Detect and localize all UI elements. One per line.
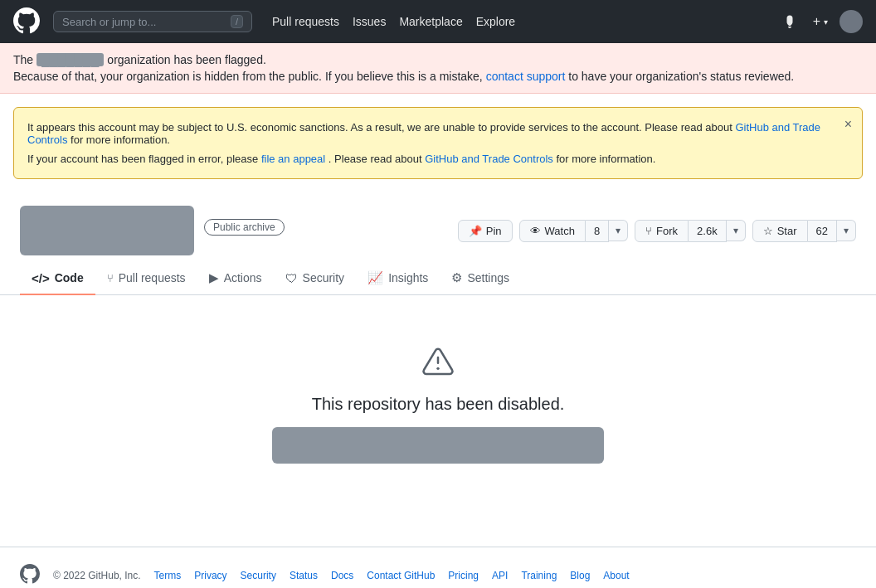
repo-org-avatar <box>20 206 194 255</box>
contact-support-link[interactable]: contact support <box>486 70 566 83</box>
sanctions-close-button[interactable]: × <box>844 118 852 131</box>
footer-about[interactable]: About <box>603 570 629 581</box>
flagged-prefix: The <box>13 53 33 66</box>
sanctions-banner: × It appears this account may be subject… <box>13 107 863 179</box>
footer-pricing[interactable]: Pricing <box>448 570 479 581</box>
fork-count[interactable]: 2.6k <box>689 220 727 242</box>
pullrequest-icon: ⑂ <box>107 272 114 284</box>
watch-expand-button[interactable]: ▾ <box>609 220 628 241</box>
flagged-description: Because of that, your organization is hi… <box>13 70 863 83</box>
star-count[interactable]: 62 <box>808 220 837 242</box>
flagged-suffix: organization has been flagged. <box>107 53 265 66</box>
repo-header: Public archive 📌 Pin 👁 Watch 8 ▾ ⑂ Fork <box>0 192 876 255</box>
watch-button[interactable]: 👁 Watch <box>519 220 586 242</box>
security-icon: 🛡 <box>285 271 298 285</box>
disabled-icon <box>20 345 856 385</box>
nav-marketplace[interactable]: Marketplace <box>399 15 462 28</box>
footer-privacy[interactable]: Privacy <box>194 570 226 581</box>
repo-actions: 📌 Pin 👁 Watch 8 ▾ ⑂ Fork 2.6k ▾ ☆ <box>458 220 856 242</box>
sanctions-line2: If your account has been flagged in erro… <box>27 153 849 165</box>
pin-icon: 📌 <box>469 225 482 237</box>
footer-blog[interactable]: Blog <box>570 570 590 581</box>
star-icon: ☆ <box>763 225 773 237</box>
disabled-title: This repository has been disabled. <box>20 395 856 414</box>
sanctions-line1: It appears this account may be subject t… <box>27 121 849 146</box>
nav-explore[interactable]: Explore <box>476 15 515 28</box>
code-icon: </> <box>32 271 50 285</box>
star-button-group: ☆ Star 62 ▾ <box>752 220 856 242</box>
eye-icon: 👁 <box>530 225 541 237</box>
pin-button[interactable]: 📌 Pin <box>458 220 513 242</box>
tab-security[interactable]: 🛡 Security <box>274 263 357 295</box>
watch-count[interactable]: 8 <box>586 220 609 242</box>
nav-issues[interactable]: Issues <box>353 15 386 28</box>
actions-icon: ▶ <box>209 270 219 285</box>
footer-copyright: © 2022 GitHub, Inc. <box>53 570 141 581</box>
footer-docs[interactable]: Docs <box>331 570 353 581</box>
star-expand-button[interactable]: ▾ <box>837 220 856 241</box>
repo-badges: Public archive <box>204 219 448 236</box>
footer-status[interactable]: Status <box>290 570 318 581</box>
tab-actions[interactable]: ▶ Actions <box>197 262 274 295</box>
pin-button-group: 📌 Pin <box>458 220 513 242</box>
footer-security[interactable]: Security <box>241 570 276 581</box>
watch-button-group: 👁 Watch 8 ▾ <box>519 220 629 242</box>
footer-logo[interactable] <box>20 564 40 586</box>
archive-badge: Public archive <box>204 219 285 236</box>
settings-icon: ⚙ <box>451 270 462 285</box>
search-shortcut: / <box>231 15 243 28</box>
notifications-button[interactable] <box>778 12 801 32</box>
fork-expand-button[interactable]: ▾ <box>727 220 746 241</box>
star-button[interactable]: ☆ Star <box>752 220 808 242</box>
flagged-message: The ███████ organization has been flagge… <box>13 53 863 66</box>
search-box[interactable]: Search or jump to... / <box>53 11 252 32</box>
user-avatar[interactable] <box>840 10 863 33</box>
tab-insights[interactable]: 📈 Insights <box>356 262 440 295</box>
footer-contact[interactable]: Contact GitHub <box>367 570 435 581</box>
disabled-action-button[interactable] <box>272 427 604 464</box>
fork-icon: ⑂ <box>645 225 652 237</box>
navbar: Search or jump to... / Pull requests Iss… <box>0 0 876 43</box>
nav-pull-requests[interactable]: Pull requests <box>272 15 339 28</box>
org-redacted: ███████ <box>36 53 104 66</box>
search-placeholder: Search or jump to... <box>62 16 156 28</box>
tab-code[interactable]: </> Code <box>20 263 95 295</box>
nav-links: Pull requests Issues Marketplace Explore <box>272 15 515 28</box>
flagged-banner: The ███████ organization has been flagge… <box>0 43 876 94</box>
file-appeal-link[interactable]: file an appeal <box>261 153 325 165</box>
footer-terms[interactable]: Terms <box>154 570 182 581</box>
repo-info: Public archive <box>204 219 448 242</box>
footer-api[interactable]: API <box>492 570 508 581</box>
plus-icon: + <box>813 14 820 29</box>
github-logo[interactable] <box>13 7 40 36</box>
new-item-button[interactable]: + ▾ <box>808 11 833 32</box>
navbar-right: + ▾ <box>778 10 863 33</box>
footer: © 2022 GitHub, Inc. Terms Privacy Securi… <box>0 547 876 588</box>
fork-button[interactable]: ⑂ Fork <box>635 220 689 242</box>
footer-links: Terms Privacy Security Status Docs Conta… <box>154 570 630 581</box>
main-content: This repository has been disabled. <box>0 295 876 513</box>
tab-settings[interactable]: ⚙ Settings <box>440 262 521 295</box>
repo-tabs: </> Code ⑂ Pull requests ▶ Actions 🛡 Sec… <box>0 262 876 295</box>
fork-button-group: ⑂ Fork 2.6k ▾ <box>635 220 746 242</box>
chevron-down-icon: ▾ <box>824 17 828 27</box>
footer-training[interactable]: Training <box>521 570 557 581</box>
tab-pull-requests[interactable]: ⑂ Pull requests <box>95 263 197 294</box>
insights-icon: 📈 <box>367 270 383 285</box>
trade-controls-link-2[interactable]: GitHub and Trade Controls <box>425 153 553 165</box>
